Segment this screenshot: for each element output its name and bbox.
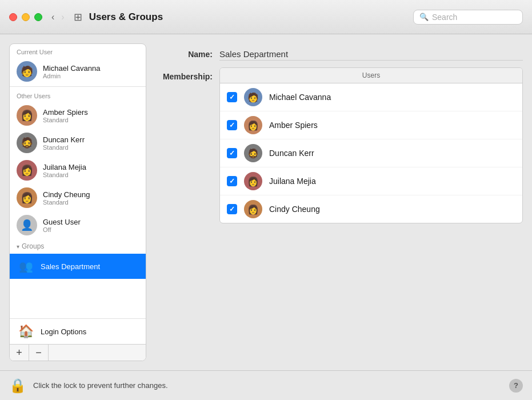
user-info-amber: Amber Spiers Standard [43, 108, 88, 123]
groups-section-text: Groups [22, 242, 44, 250]
group-icon: 👥 [17, 257, 35, 275]
checkbox-cindy[interactable] [227, 204, 237, 214]
name-label: Name: [155, 50, 213, 59]
traffic-lights [9, 13, 42, 21]
sidebar-item-amber[interactable]: 👩 Amber Spiers Standard [10, 102, 146, 129]
current-user-label: Current User [10, 44, 146, 58]
right-panel: Name: Membership: Users 🧑 Michael Cavann… [155, 43, 523, 361]
user-name-juilana: Juilana Mejia [43, 163, 86, 171]
chevron-down-icon: ▾ [17, 243, 19, 250]
user-info-michael: Michael Cavanna Admin [43, 64, 100, 79]
sidebar-item-duncan[interactable]: 🧔 Duncan Kerr Standard [10, 129, 146, 157]
avatar-cindy: 👩 [17, 187, 37, 208]
window-title: Users & Groups [89, 11, 413, 23]
sidebar: Current User 🧑 Michael Cavanna Admin Oth… [9, 43, 146, 361]
membership-label: Membership: [155, 67, 213, 81]
minimize-button[interactable] [22, 13, 30, 21]
search-input[interactable] [432, 13, 517, 22]
sidebar-item-current-user[interactable]: 🧑 Michael Cavanna Admin [10, 58, 146, 85]
checkbox-juilana[interactable] [227, 176, 237, 186]
user-role-juilana: Standard [43, 171, 86, 178]
titlebar: ‹ › ⊞ Users & Groups 🔍 [0, 0, 532, 34]
user-info-guest: Guest User Off [43, 218, 81, 233]
forward-button[interactable]: › [59, 11, 66, 23]
login-options-icon: 🏠 [17, 322, 35, 341]
add-button[interactable]: + [10, 345, 29, 361]
group-name-sales: Sales Department [41, 262, 100, 271]
back-button[interactable]: ‹ [49, 11, 57, 23]
login-options-label: Login Options [41, 327, 86, 336]
members-table: Users 🧑 Michael Cavanna 👩 Amber Spiers � [219, 67, 523, 223]
sidebar-item-juilana[interactable]: 👩 Juilana Mejia Standard [10, 157, 146, 184]
membership-section: Membership: Users 🧑 Michael Cavanna 👩 Am… [155, 67, 523, 223]
member-name-duncan: Duncan Kerr [269, 149, 314, 158]
user-info-duncan: Duncan Kerr Standard [43, 135, 85, 151]
close-button[interactable] [9, 13, 17, 21]
checkbox-duncan[interactable] [227, 148, 237, 158]
user-name-amber: Amber Spiers [43, 108, 88, 117]
lock-icon[interactable]: 🔒 [9, 378, 26, 394]
user-role-guest: Off [43, 226, 81, 233]
member-row-amber: 👩 Amber Spiers [220, 111, 522, 139]
user-role-duncan: Standard [43, 144, 85, 151]
user-name-cindy: Cindy Cheung [43, 190, 90, 199]
sidebar-item-sales-department[interactable]: 👥 Sales Department [10, 254, 146, 279]
member-row-duncan: 🧔 Duncan Kerr [220, 139, 522, 167]
bottom-bar: 🔒 Click the lock to prevent further chan… [0, 370, 532, 400]
sidebar-item-guest[interactable]: 👤 Guest User Off [10, 211, 146, 239]
sidebar-item-cindy[interactable]: 👩 Cindy Cheung Standard [10, 184, 146, 211]
avatar-michael: 🧑 [17, 61, 37, 82]
member-avatar-amber: 👩 [244, 116, 262, 134]
member-avatar-michael: 🧑 [244, 88, 262, 106]
checkbox-michael[interactable] [227, 92, 237, 102]
lock-text: Click the lock to prevent further change… [33, 381, 502, 390]
other-users-label: Other Users [10, 88, 146, 102]
add-remove-bar: + − [10, 344, 146, 361]
member-avatar-juilana: 👩 [244, 172, 262, 190]
help-button[interactable]: ? [509, 379, 523, 393]
sidebar-item-login-options[interactable]: 🏠 Login Options [10, 319, 146, 344]
search-bar: 🔍 [413, 10, 523, 25]
member-row-michael: 🧑 Michael Cavanna [220, 83, 522, 111]
avatar-duncan: 🧔 [17, 133, 37, 153]
divider-1 [10, 86, 146, 87]
avatar-juilana: 👩 [17, 160, 37, 181]
member-row-cindy: 👩 Cindy Cheung [220, 195, 522, 223]
nav-arrows: ‹ › [49, 11, 67, 23]
user-name-guest: Guest User [43, 218, 81, 226]
member-name-juilana: Juilana Mejia [269, 177, 316, 186]
member-name-amber: Amber Spiers [269, 121, 318, 130]
member-avatar-cindy: 👩 [244, 200, 262, 218]
remove-button[interactable]: − [29, 345, 49, 361]
member-avatar-duncan: 🧔 [244, 144, 262, 162]
member-name-michael: Michael Cavanna [269, 93, 331, 102]
search-icon: 🔍 [419, 13, 429, 21]
user-info-juilana: Juilana Mejia Standard [43, 163, 86, 178]
groups-label[interactable]: ▾ Groups [10, 239, 146, 254]
main-content: Current User 🧑 Michael Cavanna Admin Oth… [0, 34, 532, 370]
user-info-cindy: Cindy Cheung Standard [43, 190, 90, 206]
user-role-amber: Standard [43, 117, 88, 123]
user-role-cindy: Standard [43, 199, 90, 206]
member-name-cindy: Cindy Cheung [269, 205, 320, 214]
checkbox-amber[interactable] [227, 120, 237, 130]
name-input[interactable] [219, 48, 523, 61]
user-name-michael: Michael Cavanna [43, 64, 100, 73]
avatar-amber: 👩 [17, 105, 37, 126]
user-name-duncan: Duncan Kerr [43, 135, 85, 144]
users-column-header: Users [220, 68, 522, 83]
member-row-juilana: 👩 Juilana Mejia [220, 167, 522, 195]
avatar-guest: 👤 [17, 215, 37, 235]
maximize-button[interactable] [34, 13, 42, 21]
grid-icon[interactable]: ⊞ [74, 11, 82, 23]
name-field-row: Name: [155, 48, 523, 61]
user-role-michael: Admin [43, 73, 100, 79]
sidebar-bottom: 🏠 Login Options [10, 318, 146, 344]
